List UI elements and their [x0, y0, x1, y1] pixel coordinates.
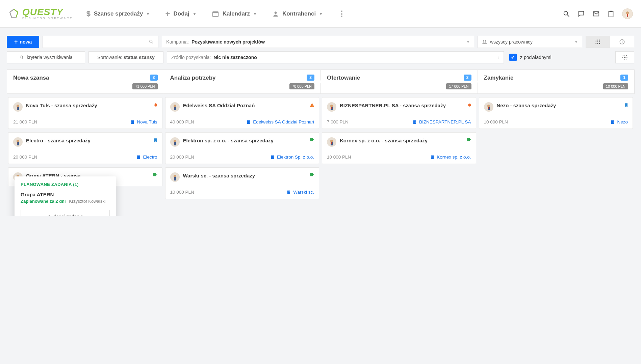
opportunity-card[interactable]: Elektron sp. z o.o. - szansa sprzedaży 2…: [165, 132, 319, 164]
opportunity-card[interactable]: BIZNESPARTNER.PL SA - szansa sprzedaży 7…: [322, 97, 476, 129]
search-input[interactable]: [43, 36, 158, 48]
svg-rect-6: [609, 11, 613, 17]
nav-calendar[interactable]: Kalendarz ▾: [212, 10, 256, 18]
column-header[interactable]: Nowa szansa 3 71 000 PLN: [7, 69, 164, 94]
card-company: Nezo: [617, 119, 628, 124]
search-icon: [149, 39, 154, 45]
plus-icon: +: [14, 38, 18, 46]
nav-add[interactable]: + Dodaj ▾: [165, 9, 195, 19]
column-header[interactable]: Analiza potrzeby 3 70 000 PLN: [164, 69, 321, 94]
sort-value: status szansy: [124, 55, 155, 60]
popover-task-name[interactable]: Grupa ATERN: [21, 192, 110, 197]
new-button[interactable]: + nowa: [7, 36, 39, 48]
flag-icon: [466, 137, 472, 143]
nav-add-label: Dodaj: [173, 10, 189, 17]
nav-sales[interactable]: $ Szanse sprzedaży ▾: [86, 9, 149, 18]
svg-rect-54: [175, 107, 175, 109]
logo-title: QUESTY: [22, 7, 73, 17]
campaign-dropdown[interactable]: Kampania: Pozyskiwanie nowych projektów …: [162, 36, 474, 48]
column-sum-badge: 71 000 PLN: [132, 83, 157, 89]
nav-sales-label: Szanse sprzedaży: [94, 10, 143, 17]
add-task-button[interactable]: + dodaj zadanie: [21, 210, 110, 216]
card-company: Kornex sp. z o.o.: [437, 155, 471, 160]
card-company-link[interactable]: Nezo: [610, 119, 628, 124]
opportunity-card[interactable]: Edelweiss SA Oddział Poznań 40 000 PLN E…: [165, 97, 319, 129]
svg-rect-111: [612, 121, 612, 121]
divider: [326, 151, 472, 151]
clipboard-icon[interactable]: [607, 10, 615, 18]
card-company-link[interactable]: Elektron Sp. z o.o.: [270, 155, 314, 160]
card-company-link[interactable]: Edelweiss SA Oddział Poznań: [246, 119, 314, 124]
card-company: BIZNESPARTNER.PL SA: [419, 119, 471, 124]
employees-dropdown[interactable]: wszyscy pracownicy ▼: [478, 36, 582, 48]
top-navbar: QUESTY BUSINESS SOFTWARE $ Szanse sprzed…: [0, 0, 641, 28]
card-company: Edelweiss SA Oddział Poznań: [253, 119, 314, 124]
column-title: Zamykanie: [484, 75, 514, 81]
card-avatar: [13, 137, 23, 147]
nav-calendar-label: Kalendarz: [223, 10, 250, 17]
svg-point-17: [599, 40, 600, 40]
card-title: Kornex sp. z o.o. - szansa sprzedaży: [340, 137, 428, 144]
card-company-link[interactable]: Warski sc.: [286, 190, 314, 195]
logo-subtitle: BUSINESS SOFTWARE: [22, 17, 73, 20]
svg-point-11: [150, 40, 152, 43]
svg-rect-34: [132, 121, 132, 122]
svg-point-13: [483, 40, 484, 41]
nav-contractors[interactable]: Kontrahenci ▾: [272, 10, 322, 17]
svg-rect-78: [310, 173, 313, 176]
card-avatar: [170, 102, 180, 112]
column-header[interactable]: Ofertowanie 2 17 000 PLN: [320, 69, 478, 94]
svg-rect-103: [432, 157, 432, 157]
opportunity-card[interactable]: Grupa ATERN - szansa PLANOWANE ZADANIA (…: [8, 167, 162, 186]
card-avatar: [327, 102, 336, 112]
svg-point-15: [596, 40, 596, 40]
flag-icon: [309, 172, 315, 178]
criteria-button[interactable]: kryteria wyszukiwania: [7, 51, 85, 63]
filter-bar: + nowa Kampania: Pozyskiwanie nowych pro…: [0, 28, 641, 63]
svg-rect-32: [132, 121, 132, 121]
svg-rect-47: [139, 158, 139, 158]
card-company-link[interactable]: Kornex sp. z o.o.: [430, 155, 471, 160]
settings-button[interactable]: [615, 51, 634, 63]
column-header[interactable]: Zamykanie 1 10 000 PLN: [478, 69, 635, 94]
user-avatar[interactable]: [622, 8, 633, 19]
sort-dropdown[interactable]: Sortowanie: status szansy: [88, 51, 163, 63]
column-count-badge: 2: [464, 75, 471, 81]
column-sum-badge: 70 000 PLN: [289, 83, 314, 89]
column-sum-badge: 17 000 PLN: [446, 83, 471, 89]
timeline-view-button[interactable]: [610, 36, 634, 48]
checkbox-checked-icon: ✔: [509, 54, 517, 61]
opportunity-card[interactable]: Nova Tuls - szansa sprzedaży 21 000 PLN …: [8, 97, 162, 129]
svg-point-2: [275, 11, 277, 14]
svg-rect-43: [139, 156, 139, 156]
svg-rect-67: [310, 138, 313, 141]
divider: [12, 151, 158, 151]
opportunity-card[interactable]: Nezo - szansa sprzedaży 10 000 PLN Nezo: [479, 97, 633, 129]
opportunity-card[interactable]: Kornex sp. z o.o. - szansa sprzedaży 10 …: [322, 132, 476, 164]
popover-assignee: Krzysztof Kowalski: [69, 199, 105, 204]
caret-down-icon: ▼: [466, 40, 470, 44]
source-dropdown[interactable]: Źródło pozyskania: Nic nie zaznaczono ⁞: [167, 51, 504, 63]
with-sub-checkbox[interactable]: ✔ z podwładnymi: [507, 51, 612, 63]
svg-rect-110: [611, 120, 614, 124]
nav-more[interactable]: ⋮: [338, 12, 345, 16]
svg-point-18: [596, 41, 596, 42]
svg-rect-84: [288, 193, 288, 193]
card-avatar: [484, 102, 493, 112]
plus-icon: +: [165, 9, 170, 19]
chat-icon[interactable]: [578, 10, 585, 18]
svg-line-26: [22, 58, 23, 59]
card-company-link[interactable]: BIZNESPARTNER.PL SA: [412, 119, 471, 124]
card-company-link[interactable]: Nova Tuls: [130, 119, 157, 124]
search-icon[interactable]: [563, 10, 570, 18]
opportunity-card[interactable]: Warski sc. - szansa sprzedaży 10 000 PLN…: [165, 167, 319, 199]
gear-icon: [622, 54, 628, 60]
svg-rect-63: [249, 122, 249, 123]
mail-icon[interactable]: [592, 10, 600, 18]
opportunity-card[interactable]: Electro - szansa sprzedaży 20 000 PLN El…: [8, 132, 162, 164]
card-company-link[interactable]: Electro: [136, 155, 157, 160]
kanban-view-button[interactable]: [586, 36, 610, 48]
campaign-value: Pozyskiwanie nowych projektów: [191, 39, 265, 45]
column-count-badge: 3: [150, 75, 158, 81]
logo[interactable]: QUESTY BUSINESS SOFTWARE: [8, 7, 73, 20]
